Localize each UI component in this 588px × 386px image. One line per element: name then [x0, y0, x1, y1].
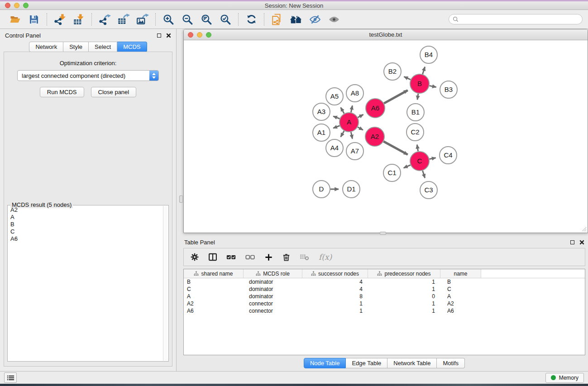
- edge-A-A1[interactable]: [333, 126, 339, 128]
- cell-name[interactable]: A2: [440, 300, 481, 307]
- edge-A-A5[interactable]: [341, 107, 344, 113]
- cell-predecessor-nodes[interactable]: 1: [368, 300, 440, 307]
- node-D[interactable]: [313, 181, 330, 198]
- cell-predecessor-nodes[interactable]: 1: [368, 308, 440, 314]
- result-item[interactable]: C: [9, 228, 163, 235]
- edge-B-B3[interactable]: [430, 86, 436, 87]
- home-button[interactable]: [287, 12, 306, 27]
- node-A1[interactable]: [313, 124, 330, 141]
- edge-A-A4[interactable]: [341, 131, 344, 137]
- tab-mcds[interactable]: MCDS: [117, 42, 147, 52]
- import-network-button[interactable]: [50, 12, 69, 27]
- close-table-panel-icon[interactable]: [579, 240, 584, 245]
- cell-successor-nodes[interactable]: 8: [302, 293, 368, 300]
- edge-B-B1[interactable]: [417, 94, 418, 100]
- table-row[interactable]: Bdominator41B: [184, 278, 585, 286]
- cell-MCDS-role[interactable]: connector: [244, 300, 302, 307]
- cell-name[interactable]: B: [440, 279, 481, 285]
- vertical-split-handle[interactable]: [179, 195, 183, 203]
- function-builder-button[interactable]: f(x): [319, 253, 332, 262]
- edge-A-A2[interactable]: [358, 127, 363, 130]
- cell-name[interactable]: A: [440, 293, 481, 300]
- column-header-MCDS-role[interactable]: MCDS role: [244, 269, 302, 278]
- cell-predecessor-nodes[interactable]: 0: [368, 293, 440, 300]
- network-close-button[interactable]: [188, 32, 193, 38]
- tab-node-table[interactable]: Node Table: [304, 358, 346, 368]
- node-B[interactable]: [410, 74, 429, 93]
- result-item[interactable]: A6: [9, 235, 163, 243]
- unselect-all-columns-button[interactable]: [245, 253, 255, 261]
- result-item[interactable]: A: [9, 214, 163, 221]
- save-session-button[interactable]: [24, 12, 43, 27]
- node-A8[interactable]: [346, 85, 363, 102]
- delete-table-button[interactable]: [300, 253, 310, 261]
- edge-A2-C[interactable]: [383, 142, 407, 155]
- minimize-window-button[interactable]: [14, 3, 19, 8]
- import-table-button[interactable]: [69, 12, 88, 27]
- tab-network[interactable]: Network: [29, 42, 63, 52]
- float-panel-icon[interactable]: [157, 33, 161, 38]
- memory-button[interactable]: Memory: [545, 373, 584, 383]
- export-network-button[interactable]: [95, 12, 114, 27]
- cell-shared-name[interactable]: A: [184, 293, 244, 300]
- node-C3[interactable]: [420, 181, 437, 199]
- cell-successor-nodes[interactable]: 1: [302, 300, 368, 307]
- show-columns-button[interactable]: [208, 253, 217, 262]
- maximize-window-button[interactable]: [23, 3, 29, 8]
- node-A7[interactable]: [346, 143, 363, 160]
- delete-columns-button[interactable]: [282, 253, 291, 262]
- cell-MCDS-role[interactable]: connector: [244, 308, 302, 314]
- edge-C-C1[interactable]: [404, 165, 411, 168]
- result-scrollbar[interactable]: [163, 206, 168, 361]
- refresh-button[interactable]: [242, 12, 261, 27]
- node-D1[interactable]: [343, 181, 360, 198]
- cell-MCDS-role[interactable]: dominator: [244, 279, 302, 285]
- show-graphics-details-button[interactable]: [325, 12, 344, 27]
- result-item[interactable]: B: [9, 221, 163, 228]
- node-B1[interactable]: [407, 104, 424, 121]
- table-row[interactable]: A6connector11A6: [184, 307, 585, 315]
- cell-shared-name[interactable]: A6: [184, 308, 244, 314]
- edge-A-A6[interactable]: [358, 114, 363, 117]
- tab-edge-table[interactable]: Edge Table: [346, 358, 387, 368]
- select-all-columns-button[interactable]: [226, 253, 236, 261]
- edge-C-C4[interactable]: [430, 158, 436, 159]
- edge-B-B4[interactable]: [423, 67, 425, 74]
- column-header-name[interactable]: name: [440, 269, 481, 278]
- close-window-button[interactable]: [5, 3, 10, 8]
- export-image-button[interactable]: [133, 12, 152, 27]
- task-history-button[interactable]: [4, 372, 17, 383]
- node-C[interactable]: [410, 152, 429, 171]
- network-minimize-button[interactable]: [197, 32, 202, 38]
- node-C1[interactable]: [383, 164, 401, 181]
- result-item[interactable]: A2: [9, 206, 163, 214]
- node-A2[interactable]: [365, 127, 384, 146]
- table-options-button[interactable]: [190, 253, 199, 262]
- edge-C-C2[interactable]: [417, 145, 418, 152]
- column-header-shared-name[interactable]: shared name: [184, 269, 244, 278]
- node-B3[interactable]: [440, 81, 457, 98]
- node-B2[interactable]: [384, 63, 401, 80]
- open-session-button[interactable]: [5, 12, 24, 27]
- cell-name[interactable]: A6: [440, 308, 481, 314]
- resize-grip-icon[interactable]: [581, 226, 587, 232]
- optimization-criterion-select[interactable]: largest connected component (directed): [17, 70, 159, 81]
- edge-A6-B[interactable]: [384, 90, 407, 103]
- edge-A-A8[interactable]: [351, 105, 352, 112]
- node-A[interactable]: [339, 113, 359, 132]
- edge-C-C3[interactable]: [423, 171, 425, 178]
- cell-MCDS-role[interactable]: dominator: [244, 293, 302, 300]
- table-row[interactable]: Cdominator41C: [184, 286, 585, 293]
- table-row[interactable]: Adominator80A: [184, 293, 585, 300]
- cell-predecessor-nodes[interactable]: 1: [368, 279, 440, 285]
- edge-A-A3[interactable]: [333, 116, 339, 119]
- create-column-button[interactable]: [264, 253, 273, 262]
- node-B4[interactable]: [420, 46, 437, 63]
- cell-successor-nodes[interactable]: 1: [302, 308, 368, 314]
- column-header-predecessor-nodes[interactable]: predecessor nodes: [368, 269, 440, 278]
- cell-predecessor-nodes[interactable]: 1: [368, 286, 440, 292]
- tab-style[interactable]: Style: [63, 42, 89, 52]
- zoom-fit-button[interactable]: [197, 12, 216, 27]
- search-input[interactable]: [461, 16, 578, 23]
- close-panel-icon[interactable]: [166, 33, 171, 38]
